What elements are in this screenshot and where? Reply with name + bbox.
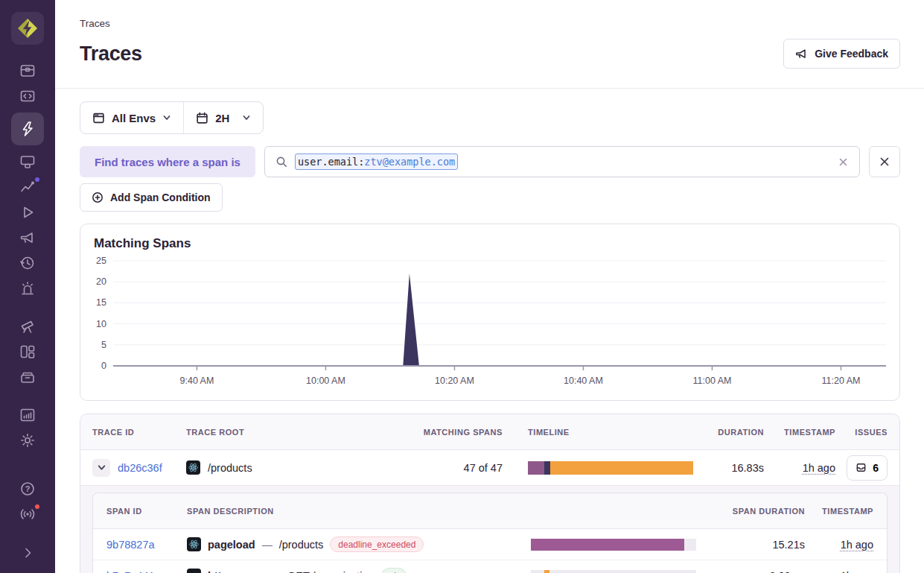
clear-icon [838,156,849,168]
time-range-filter[interactable]: 2H [183,102,263,133]
sidebar-item-feedback[interactable] [11,225,44,250]
trace-issues-button[interactable]: 6 [847,455,888,481]
trace-timeline-bar [528,461,693,475]
sidebar: ? [0,0,55,573]
token-key: user.email: [298,156,364,168]
sidebar-bottom: ? [11,476,44,566]
sidebar-item-alerts[interactable] [11,276,44,301]
traces-table-header: TRACE ID TRACE ROOT MATCHING SPANS TIMEL… [80,414,899,450]
trace-duration: 16.83s [731,462,764,474]
span-id-link[interactable]: 9b78827a [106,539,155,551]
svg-text:25: 25 [96,256,106,266]
sidebar-item-releases[interactable] [11,364,44,390]
sidebar-item-issues[interactable] [11,58,44,83]
sidebar-item-explore[interactable] [11,83,44,109]
clear-search-button[interactable] [838,156,849,168]
span-search-input[interactable]: user.email:ztv@example.com [264,146,860,177]
settings-icon [19,431,36,449]
issues-icon [19,62,36,80]
span-row[interactable]: 9b78827a pageload — /products deadline_e… [93,529,887,560]
col-trace-root: TRACE ROOT [186,428,413,437]
plus-circle-icon [92,191,103,203]
span-duration: 2.00ms [769,570,805,573]
span-status-badge: deadline_exceeded [330,536,424,552]
megaphone-icon [19,229,36,247]
give-feedback-button[interactable]: Give Feedback [783,39,900,69]
span-op: http.server [208,570,264,573]
environment-filter[interactable]: All Envs [80,102,183,133]
search-filter-token[interactable]: user.email:ztv@example.com [295,153,458,170]
col-span-duration: SPAN DURATION [733,507,805,516]
main-area: Traces Traces Give Feedback All Envs [55,0,924,573]
trace-issues-count: 6 [873,462,879,474]
col-span-timestamp: TIMESTAMP [822,507,873,516]
chevron-down-icon [162,113,171,122]
app-logo[interactable] [11,12,44,45]
expand-toggle[interactable] [92,459,110,477]
dashboards-icon [19,343,36,361]
col-trace-id: TRACE ID [92,428,186,437]
sidebar-item-help[interactable]: ? [11,476,44,501]
span-op-separator: — [262,539,273,551]
sidebar-item-traces[interactable] [11,113,44,145]
environment-filter-label: All Envs [112,112,156,124]
notification-dot-red [34,503,41,510]
sidebar-item-dashboards[interactable] [11,339,44,364]
sidebar-collapse-toggle[interactable] [11,540,44,566]
span-op-separator: — [270,570,281,573]
remove-condition-button[interactable] [869,146,900,177]
telescope-icon [19,317,36,335]
trace-row[interactable]: db26c36f /products 47 of 47 16.83s 1h ag… [80,450,899,485]
col-issues: ISSUES [855,428,888,437]
sidebar-item-history[interactable] [11,250,44,276]
span-id-link[interactable]: b7a7e441 [106,570,155,573]
alerts-icon [19,279,36,297]
svg-text:?: ? [25,484,31,493]
traces-table: TRACE ID TRACE ROOT MATCHING SPANS TIMEL… [80,414,900,573]
breadcrumb[interactable]: Traces [80,18,900,29]
platform-go-icon: GO [187,569,201,573]
sidebar-item-stats[interactable] [11,402,44,428]
add-span-condition-label: Add Span Condition [110,191,211,203]
spans-table-header: SPAN ID SPAN DESCRIPTION SPAN DURATION T… [93,493,887,529]
sidebar-item-broadcast[interactable] [11,501,44,527]
col-span-id: SPAN ID [106,507,187,516]
sidebar-item-discover[interactable] [11,314,44,339]
replays-icon [19,203,36,221]
col-matching-spans: MATCHING SPANS [424,428,528,437]
svg-text:9:40 AM: 9:40 AM [180,376,214,386]
close-icon [879,156,890,168]
trace-id-link[interactable]: db26c36f [118,462,162,474]
sidebar-item-settings[interactable] [11,428,44,453]
expanded-spans-section: SPAN ID SPAN DESCRIPTION SPAN DURATION T… [80,485,899,573]
span-description: GET /organization [287,570,375,573]
sidebar-item-replays[interactable] [11,200,44,225]
svg-text:5: 5 [101,340,106,350]
span-timeline-bar [531,539,696,551]
span-description: /products [279,539,324,551]
svg-text:11:00 AM: 11:00 AM [693,376,732,386]
svg-text:11:20 AM: 11:20 AM [822,376,861,386]
notification-dot-blue [34,176,41,183]
span-op: pageload [208,539,255,551]
svg-text:10:00 AM: 10:00 AM [306,376,345,386]
sidebar-item-metrics[interactable] [11,174,44,200]
span-row[interactable]: b7a7e441 GO http.server — GET /organizat… [93,560,887,573]
collapse-icon [19,544,36,562]
sidebar-nav [0,58,55,453]
svg-text:20: 20 [96,276,106,287]
logo-diamond-bolt-icon [14,15,41,42]
sidebar-item-projects[interactable] [11,149,44,174]
col-duration: DURATION [718,428,764,437]
matching-spans-panel: Matching Spans 05101520259:40 AM10:00 AM… [80,224,900,401]
platform-react-icon [186,460,200,475]
filter-group: All Envs 2H [80,101,264,134]
projects-icon [19,153,36,171]
span-timestamp: 1h ago [841,570,873,573]
inbox-icon [856,462,867,473]
explore-code-icon [19,87,36,105]
add-span-condition-button[interactable]: Add Span Condition [80,183,223,212]
token-value: ztv@example.com [364,156,455,168]
span-timeline-bar [531,570,696,573]
col-span-description: SPAN DESCRIPTION [187,507,531,516]
